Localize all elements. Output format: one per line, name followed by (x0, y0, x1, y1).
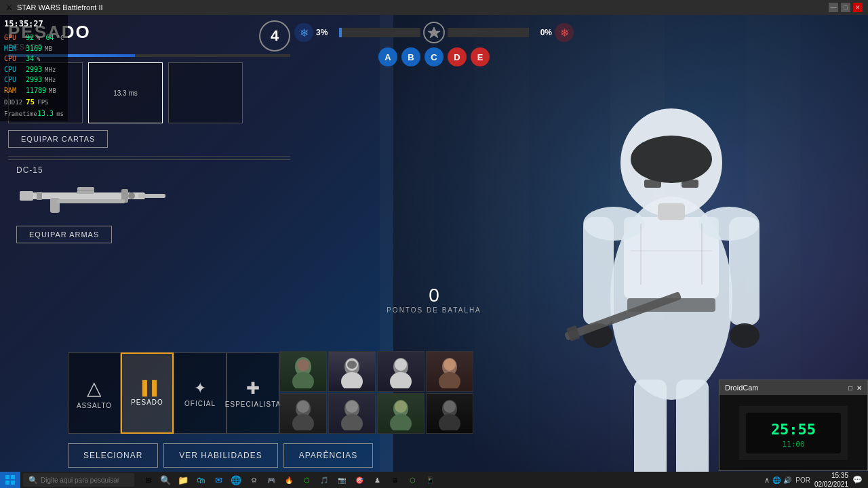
svg-point-57 (443, 401, 456, 413)
droidcam-restore[interactable]: □ (848, 384, 852, 392)
system-time: 15:35:27 (4, 18, 64, 30)
assalto-icon: △ (87, 377, 102, 399)
card-slot-3[interactable] (168, 62, 243, 123)
app-steam[interactable]: ♟ (369, 472, 385, 488)
class-selector: △ ASSALTO ▐▐ PESADO ✦ OFICIAL ✚ ESPECIAL… (68, 352, 279, 434)
class-assalto[interactable]: △ ASSALTO (68, 352, 121, 434)
frametime-label: Frametime (4, 110, 35, 119)
taskbar-right: ∧ 🌐 🔊 POR 15:35 02/02/2021 💬 (759, 471, 868, 488)
pesado-icon: ▐▐ (138, 380, 157, 396)
close-button[interactable]: ✕ (853, 3, 863, 12)
droidcam-titlebar: DroidCam □ ✕ (719, 380, 867, 395)
team1-bar (339, 28, 420, 37)
app-11[interactable]: 📱 (422, 472, 438, 488)
app-edge[interactable]: 🌐 (228, 472, 244, 488)
app-cortana[interactable]: 🔍 (157, 472, 174, 488)
svg-point-37 (341, 372, 363, 388)
class-especialista[interactable]: ✚ ESPECIALISTA (226, 352, 279, 434)
portrait-5[interactable] (279, 393, 327, 434)
start-button[interactable] (0, 472, 20, 488)
equip-cards-button[interactable]: EQUIPAR CARTAS (8, 130, 108, 148)
search-bar[interactable]: 🔍 (23, 473, 134, 487)
tray-up-arrow[interactable]: ∧ (764, 476, 770, 485)
team2-percent: 0% (532, 28, 552, 37)
card-ms-value: 13.3 ms (113, 89, 138, 97)
app-store[interactable]: 🛍 (193, 472, 209, 488)
taskview-btn[interactable]: ⊞ (140, 472, 156, 488)
badge-b[interactable]: B (401, 47, 420, 66)
titlebar-controls: — □ ✕ (829, 3, 863, 12)
action-buttons: SELECIONAR VER HABILIDADES APARÊNCIAS (68, 443, 373, 468)
svg-point-47 (292, 414, 314, 430)
app-mail[interactable]: ✉ (210, 472, 226, 488)
app-2[interactable]: 🎮 (263, 472, 279, 488)
svg-rect-62 (5, 475, 9, 479)
tray-icons: ∧ 🌐 🔊 (764, 476, 791, 485)
droidcam-close[interactable]: ✕ (856, 384, 862, 392)
team-badges: A B C D E (378, 47, 490, 66)
svg-point-41 (390, 372, 412, 388)
badge-d[interactable]: D (448, 47, 467, 66)
bp-value: 0 (387, 285, 481, 306)
portrait-8[interactable] (426, 393, 473, 434)
weapon-name: DC-15 (16, 165, 282, 175)
svg-rect-14 (658, 203, 685, 220)
tray-sound[interactable]: 🔊 (783, 476, 791, 484)
app-files[interactable]: 📁 (175, 472, 191, 488)
maximize-button[interactable]: □ (841, 3, 850, 12)
team1-bar-fill (339, 28, 342, 37)
app-5[interactable]: 🎵 (316, 472, 332, 488)
svg-point-56 (439, 414, 460, 430)
app-10[interactable]: ⬡ (404, 472, 420, 488)
battle-points: 0 PONTOS DE BATALHA (387, 285, 481, 314)
svg-point-53 (390, 414, 412, 430)
badge-a[interactable]: A (378, 47, 397, 66)
svg-point-51 (346, 401, 358, 413)
team1-section: ❄ 3% (294, 23, 420, 42)
badge-c[interactable]: C (425, 47, 443, 66)
select-button[interactable]: SELECIONAR (68, 443, 158, 468)
equip-weapons-button[interactable]: EQUIPAR ARMAS (16, 226, 112, 243)
badge-e[interactable]: E (471, 47, 490, 66)
minimize-button[interactable]: — (829, 3, 838, 12)
class-oficial[interactable]: ✦ OFICIAL (174, 352, 226, 434)
titlebar: ⚔ STAR WARS Battlefront II — □ ✕ (0, 0, 868, 15)
svg-point-54 (395, 401, 407, 413)
portrait-7[interactable] (377, 393, 425, 434)
search-input[interactable] (41, 476, 129, 484)
droidcam-screen: 25:55 11:00 (719, 395, 867, 470)
app-9[interactable]: 🖥 (387, 472, 403, 488)
game-icon: ⚔ (5, 3, 13, 12)
portrait-1[interactable] (279, 351, 327, 392)
portrait-4[interactable] (426, 351, 473, 392)
svg-point-35 (297, 359, 309, 371)
skills-button[interactable]: VER HABILIDADES (163, 443, 277, 468)
tray-network[interactable]: 🌐 (772, 476, 781, 484)
class-pesado[interactable]: ▐▐ PESADO (121, 352, 174, 434)
search-icon: 🔍 (28, 476, 38, 485)
svg-point-39 (347, 361, 357, 369)
cpu-freq-label: CPU (4, 64, 23, 75)
svg-rect-12 (644, 180, 661, 188)
app-7[interactable]: 🎯 (351, 472, 368, 488)
team1-icon: ❄ (294, 23, 313, 42)
card-slot-2[interactable]: 13.3 ms (88, 62, 163, 123)
svg-point-44 (439, 372, 460, 388)
portrait-2[interactable] (328, 351, 376, 392)
app-3[interactable]: 🔥 (281, 472, 297, 488)
oficial-icon: ✦ (194, 380, 206, 397)
assalto-label: ASSALTO (77, 402, 112, 409)
taskbar: 🔍 ⊞ 🔍 📁 🛍 ✉ 🌐 ⚙ 🎮 🔥 ⬡ 🎵 📷 🎯 ♟ 🖥 ⬡ 📱 ∧ 🌐 … (0, 472, 868, 488)
oficial-label: OFICIAL (184, 400, 216, 407)
mem-value: 3169 (26, 43, 42, 54)
app-4[interactable]: ⬡ (298, 472, 315, 488)
language-indicator: POR (795, 476, 810, 484)
portrait-3[interactable] (377, 351, 425, 392)
portrait-6[interactable] (328, 393, 376, 434)
notification-icon[interactable]: 💬 (852, 475, 863, 485)
app-6[interactable]: 📷 (334, 472, 350, 488)
hw-monitor: 15:35:27 GPU 92 % 64 °C MEM 3169 MB CPU … (0, 15, 68, 121)
appearances-button[interactable]: APARÊNCIAS (283, 443, 373, 468)
app-1[interactable]: ⚙ (245, 472, 262, 488)
cpu-value: 34 (26, 54, 34, 64)
